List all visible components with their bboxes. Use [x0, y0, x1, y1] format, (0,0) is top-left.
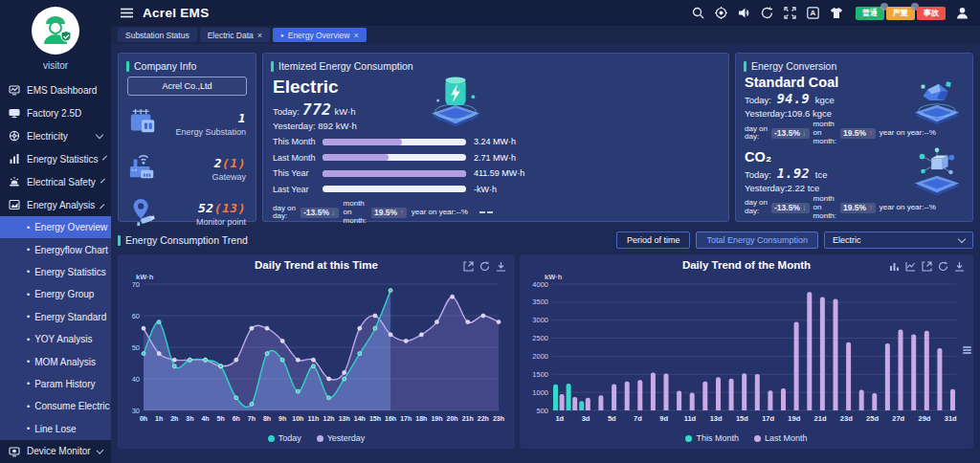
stat-value: 1 [238, 111, 246, 125]
legend-item[interactable]: Last Month [754, 433, 808, 443]
submenu-item-energyflow-chart[interactable]: •Energyflow Chart [0, 238, 111, 260]
dashboard-icon [9, 84, 20, 96]
bar-value: 3.24 MW·h [474, 137, 516, 146]
submenu-item-energy-statistics[interactable]: •Energy Statistics [0, 261, 111, 283]
period-of-time-button[interactable]: Period of time [616, 232, 691, 249]
chevron-down-icon [96, 131, 103, 139]
svg-text:20h: 20h [447, 415, 458, 422]
sidebar-item-factory-2-5d[interactable]: Factory 2.5D [0, 101, 111, 124]
line-type-icon[interactable] [905, 261, 916, 272]
progress-fill [323, 170, 466, 177]
close-tab-icon[interactable]: × [353, 31, 358, 40]
bar-type-icon[interactable] [889, 261, 900, 272]
coal-illustration [909, 75, 965, 132]
total-energy-consumption-button[interactable]: Total Energy Consumption [696, 232, 818, 249]
save-image-icon[interactable] [954, 261, 965, 272]
submenu-item-label: Line Lose [34, 424, 76, 434]
legend-item[interactable]: Today [268, 433, 301, 443]
tab-substation-status[interactable]: Substation Status [118, 28, 197, 42]
submenu-item-energy-standard[interactable]: •Energy Standard [0, 306, 111, 328]
dataview-icon[interactable] [463, 261, 474, 272]
daily-trend-month-chart[interactable]: 5001000150020002500300035004000kW·h1d3d5… [520, 271, 971, 431]
theme-shirt-icon[interactable] [830, 7, 843, 19]
refresh-icon[interactable] [761, 7, 773, 19]
submenu-item-yoy-analysis[interactable]: •YOY Analysis [0, 328, 111, 350]
alarm-badge[interactable]: 普通 [856, 7, 884, 20]
restore-icon[interactable] [479, 261, 490, 272]
daily-trend-time-chart[interactable]: 3040506070kW·h0h1h2h3h4h5h6h7h8h9h10h11h… [118, 271, 507, 431]
svg-text:500: 500 [536, 407, 548, 415]
trend-title: Energy Consumption Trend [118, 234, 248, 246]
up-arrow-icon: ↑ [869, 203, 873, 212]
search-icon[interactable] [692, 7, 704, 19]
submenu-item-energy-overview[interactable]: •Energy Overview [0, 216, 111, 238]
bar-value: -kW·h [474, 185, 497, 194]
volume-icon[interactable] [738, 7, 750, 19]
monitor-icon [9, 446, 20, 457]
target-icon[interactable] [715, 7, 727, 19]
translate-icon[interactable]: A [807, 7, 819, 19]
energy-type-dropdown[interactable]: Electric [824, 232, 973, 249]
up-arrow-icon: ↑ [869, 128, 873, 138]
legend-item[interactable]: This Month [685, 433, 739, 443]
datazoom-icon[interactable] [963, 346, 971, 354]
svg-text:27d: 27d [892, 414, 904, 423]
svg-text:23d: 23d [840, 414, 853, 423]
monitor-point-icon [128, 197, 157, 228]
save-image-icon[interactable] [496, 261, 506, 272]
restore-icon[interactable] [938, 261, 948, 272]
tab-electric-data[interactable]: Electric Data× [200, 28, 270, 42]
submenu-item-param-history[interactable]: •Param History [0, 373, 111, 395]
alarm-badges: 普通严重事故 [854, 7, 946, 20]
consumption-bar-row: Last Year -kW·h [273, 185, 728, 194]
company-name-box[interactable]: Acrel Co.,Ltd [127, 77, 247, 96]
legend-dot [685, 435, 692, 442]
avatar[interactable] [32, 7, 79, 55]
itemized-comparison: day on day: -13.5% ↓ month on month: 19.… [273, 200, 728, 226]
stat-label: Gateway [212, 172, 246, 182]
sidebar-item-ems-dashboard[interactable]: EMS Dashboard [0, 78, 111, 101]
sidebar-item-device-monitor[interactable]: Device Monitor [0, 440, 111, 463]
legend-dot [754, 435, 761, 442]
progress-track [323, 170, 466, 177]
trend-line-icon [479, 209, 494, 215]
app-title: Acrel EMS [143, 6, 209, 20]
close-tab-icon[interactable]: × [257, 31, 262, 40]
submenu-item-mom-analysis[interactable]: •MOM Analysis [0, 350, 111, 372]
sidebar-item-electrical-safety[interactable]: Electrical Safety [0, 170, 111, 193]
dataview-icon[interactable] [922, 261, 932, 272]
factory-icon [9, 107, 20, 119]
alarm-badge[interactable]: 严重 [886, 7, 915, 20]
fullscreen-icon[interactable] [784, 7, 796, 19]
svg-text:60: 60 [132, 312, 140, 320]
bar-label: This Year [273, 168, 323, 178]
sidebar-item-energy-statistics[interactable]: Energy Statistics [0, 147, 111, 170]
sidebar-item-electricity[interactable]: Electricity [0, 124, 111, 147]
submenu-item-energy-group[interactable]: •Energy Group [0, 283, 111, 305]
user-icon[interactable] [956, 7, 969, 19]
sidebar-item-energy-analysis[interactable]: Energy Analysis [0, 193, 111, 216]
company-stat-row: 1 Energy Substation [119, 98, 256, 143]
company-stat-row: 52(13) Monitor point [119, 187, 256, 232]
today-line: Today:772kW·h [273, 100, 728, 119]
svg-text:30: 30 [132, 407, 140, 415]
stat-value: 2(1) [214, 156, 246, 170]
company-stat-row: 2(1) Gateway [119, 143, 256, 187]
submenu-item-line-lose[interactable]: •Line Lose [0, 418, 111, 440]
stat-value: 52(13) [198, 201, 246, 215]
dod-label: day on day: [745, 125, 768, 143]
tab-energy-overview[interactable]: ●Energy Overview× [273, 28, 367, 42]
svg-text:17d: 17d [762, 414, 774, 423]
menu-toggle-icon[interactable] [121, 8, 133, 18]
sidebar-menu: EMS Dashboard Factory 2.5D Electricity E… [0, 78, 111, 216]
svg-text:1h: 1h [155, 415, 163, 422]
submenu-item-consume-electric[interactable]: •Consume Electric [0, 395, 111, 417]
alarm-badge[interactable]: 事故 [917, 7, 946, 20]
svg-text:50: 50 [132, 343, 140, 352]
category-label: Electric [273, 77, 728, 98]
legend-item[interactable]: Yesterday [317, 433, 366, 443]
bullet: • [27, 357, 30, 366]
bullet: • [27, 267, 30, 276]
yesterday-line: Yesterday: 892 kW·h [273, 121, 728, 131]
svg-text:31d: 31d [945, 414, 957, 423]
